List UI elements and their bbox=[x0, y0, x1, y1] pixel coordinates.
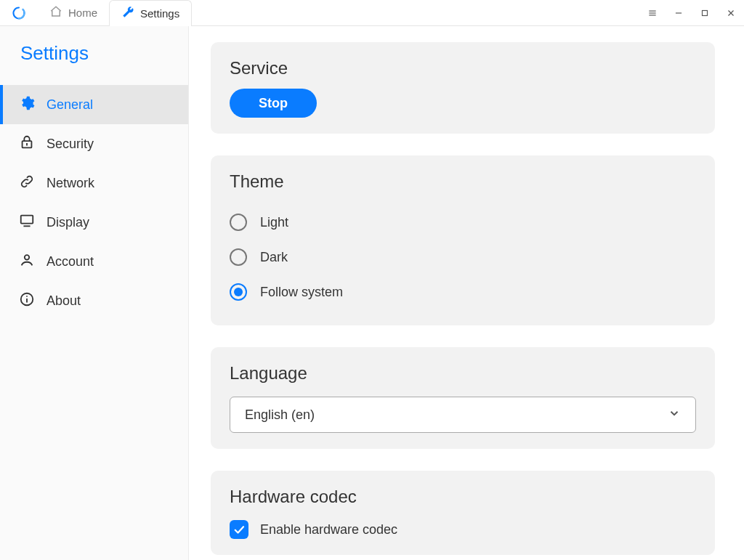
service-stop-button[interactable]: Stop bbox=[230, 89, 317, 118]
sidebar-item-network[interactable]: Network bbox=[0, 163, 188, 203]
tab-home-label: Home bbox=[68, 7, 97, 19]
sidebar-item-label: About bbox=[46, 293, 81, 309]
language-select[interactable]: English (en) bbox=[230, 397, 696, 433]
wrench-icon bbox=[121, 6, 134, 21]
svg-point-11 bbox=[25, 255, 29, 259]
sidebar-item-label: Network bbox=[46, 176, 94, 191]
sidebar-item-label: General bbox=[46, 97, 93, 113]
close-button[interactable] bbox=[718, 0, 744, 25]
theme-option-dark[interactable]: Dark bbox=[230, 240, 696, 275]
gear-icon bbox=[19, 95, 35, 115]
sidebar-item-label: Security bbox=[46, 137, 94, 152]
sidebar-item-about[interactable]: About bbox=[0, 281, 188, 320]
link-icon bbox=[19, 174, 35, 193]
sidebar-item-display[interactable]: Display bbox=[0, 203, 188, 242]
hardware-codec-card: Hardware codec Enable hardware codec bbox=[211, 471, 715, 555]
checkbox-label: Enable hardware codec bbox=[260, 522, 397, 537]
info-icon bbox=[19, 291, 35, 311]
sidebar-title: Settings bbox=[0, 26, 188, 85]
radio-label: Light bbox=[260, 215, 288, 230]
sidebar-item-label: Display bbox=[46, 215, 89, 230]
maximize-button[interactable] bbox=[692, 0, 718, 25]
content-pane: Service Stop Theme Light Dark Follow sys… bbox=[189, 26, 744, 560]
menu-button[interactable] bbox=[639, 0, 666, 25]
sidebar-item-account[interactable]: Account bbox=[0, 242, 188, 281]
language-selected-value: English (en) bbox=[245, 407, 315, 423]
radio-label: Follow system bbox=[260, 285, 343, 300]
lock-icon bbox=[19, 134, 35, 154]
home-icon bbox=[49, 5, 62, 20]
service-title: Service bbox=[230, 58, 696, 78]
theme-title: Theme bbox=[230, 171, 696, 192]
titlebar-drag-region[interactable] bbox=[192, 0, 639, 25]
sidebar-item-label: Account bbox=[46, 254, 94, 269]
person-icon bbox=[19, 252, 35, 272]
checkbox-checked-icon bbox=[230, 520, 248, 539]
sidebar-item-security[interactable]: Security bbox=[0, 124, 188, 163]
language-card: Language English (en) bbox=[211, 347, 715, 449]
tab-settings-label: Settings bbox=[140, 7, 179, 20]
radio-icon bbox=[230, 248, 247, 266]
monitor-icon bbox=[19, 213, 35, 232]
tab-settings[interactable]: Settings bbox=[109, 0, 192, 26]
titlebar: Home Settings bbox=[0, 0, 744, 26]
sidebar-item-general[interactable]: General bbox=[0, 85, 188, 124]
service-card: Service Stop bbox=[211, 42, 715, 134]
theme-option-follow-system[interactable]: Follow system bbox=[230, 275, 696, 309]
minimize-button[interactable] bbox=[666, 0, 692, 25]
hardware-codec-title: Hardware codec bbox=[230, 487, 696, 507]
svg-rect-4 bbox=[703, 10, 708, 15]
chevron-down-icon bbox=[668, 407, 681, 423]
tab-home[interactable]: Home bbox=[38, 0, 109, 25]
theme-card: Theme Light Dark Follow system bbox=[211, 155, 715, 325]
radio-label: Dark bbox=[260, 250, 288, 265]
app-logo bbox=[0, 0, 38, 25]
svg-rect-9 bbox=[21, 215, 33, 223]
sidebar: Settings General Security Network bbox=[0, 26, 189, 560]
theme-option-light[interactable]: Light bbox=[230, 205, 696, 240]
language-title: Language bbox=[230, 363, 696, 384]
hardware-codec-checkbox-row[interactable]: Enable hardware codec bbox=[230, 520, 696, 539]
radio-icon bbox=[230, 214, 247, 231]
radio-icon bbox=[230, 283, 247, 301]
svg-point-14 bbox=[26, 295, 28, 296]
